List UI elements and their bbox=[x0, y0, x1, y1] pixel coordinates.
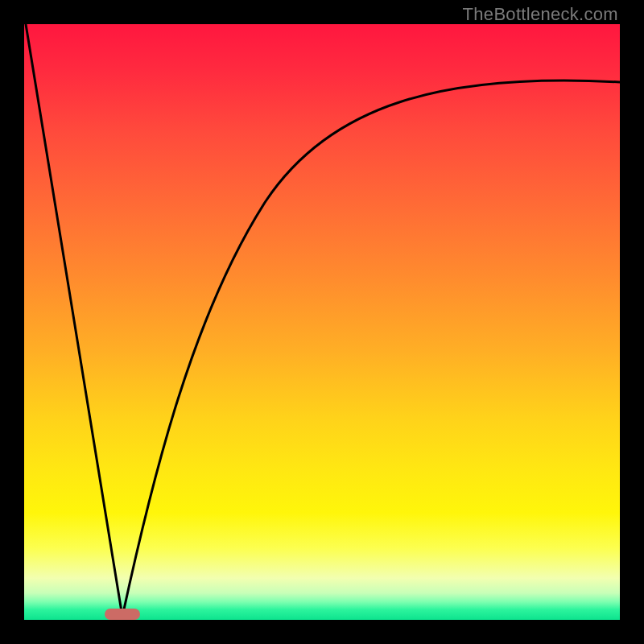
chart-plot-area bbox=[24, 24, 620, 620]
watermark-text: TheBottleneck.com bbox=[463, 4, 618, 25]
bottleneck-curve bbox=[24, 24, 620, 620]
outer-frame: TheBottleneck.com bbox=[0, 0, 644, 644]
optimal-marker bbox=[105, 609, 140, 620]
curve-right-branch bbox=[122, 80, 620, 617]
curve-left-branch bbox=[26, 24, 122, 617]
